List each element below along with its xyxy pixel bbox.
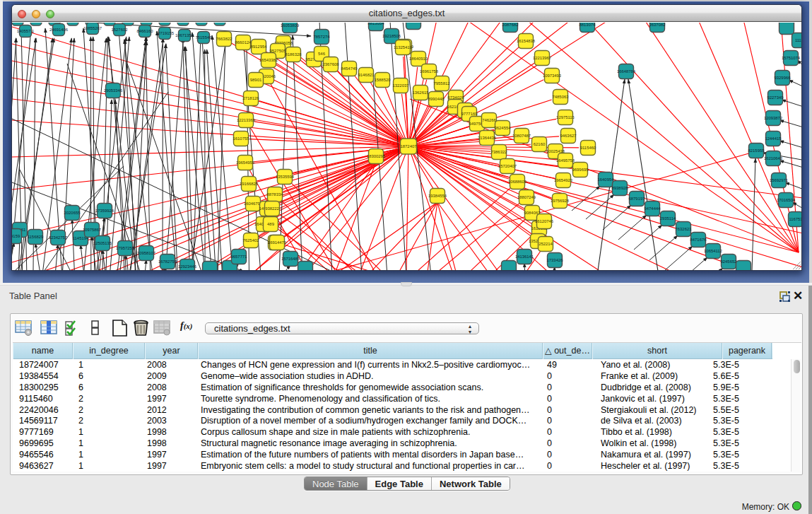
svg-text:18300295: 18300295: [367, 154, 386, 158]
svg-text:8938928: 8938928: [612, 186, 629, 190]
svg-text:8471676: 8471676: [690, 238, 707, 242]
svg-text:19756928: 19756928: [551, 199, 570, 203]
svg-text:15692971: 15692971: [770, 178, 788, 182]
svg-text:16543382: 16543382: [259, 58, 278, 62]
svg-text:546: 546: [318, 52, 326, 56]
svg-text:29053346: 29053346: [104, 88, 123, 93]
svg-text:7625402: 7625402: [243, 238, 259, 243]
svg-text:6879197: 6879197: [629, 197, 645, 201]
svg-text:12505135: 12505135: [93, 241, 112, 245]
svg-text:9777169: 9777169: [461, 112, 478, 116]
svg-text:10855267: 10855267: [83, 26, 102, 30]
svg-text:1244415: 1244415: [765, 136, 782, 141]
svg-text:1640954: 1640954: [598, 177, 615, 182]
svg-text:7515546: 7515546: [196, 35, 213, 40]
svg-text:9245652: 9245652: [721, 259, 737, 264]
svg-text:9463627: 9463627: [560, 134, 577, 138]
svg-text:16120746: 16120746: [535, 219, 554, 223]
svg-text:9329966: 9329966: [775, 76, 792, 80]
svg-text:2637082: 2637082: [649, 23, 666, 27]
svg-text:1156829: 1156829: [28, 235, 44, 239]
svg-text:9115460: 9115460: [580, 146, 596, 150]
svg-text:17957255: 17957255: [116, 246, 135, 250]
svg-text:19166825: 19166825: [240, 182, 259, 186]
svg-text:2020655: 2020655: [64, 211, 81, 215]
svg-text:8813074: 8813074: [579, 23, 596, 27]
svg-text:12342757: 12342757: [49, 235, 67, 240]
svg-text:19654955: 19654955: [236, 160, 255, 165]
svg-text:7632621: 7632621: [676, 227, 692, 231]
svg-text:62160: 62160: [534, 142, 546, 146]
svg-text:3624554: 3624554: [495, 126, 512, 130]
svg-text:18807249: 18807249: [517, 195, 536, 199]
svg-text:1362615: 1362615: [413, 90, 430, 95]
svg-text:8454749: 8454749: [341, 66, 358, 71]
svg-text:15720407: 15720407: [498, 164, 517, 168]
svg-text:14136141: 14136141: [515, 255, 534, 259]
svg-text:7955812: 7955812: [434, 81, 450, 86]
svg-text:19654923: 19654923: [554, 178, 573, 182]
svg-text:1527602: 1527602: [112, 28, 128, 32]
svg-text:9657771: 9657771: [231, 255, 247, 259]
svg-text:7663822: 7663822: [216, 37, 233, 41]
svg-text:11325419: 11325419: [394, 45, 412, 49]
svg-text:8990448: 8990448: [428, 97, 445, 101]
svg-text:19218506: 19218506: [382, 34, 401, 38]
svg-text:252214: 252214: [539, 242, 553, 246]
svg-text:7485063: 7485063: [553, 95, 570, 99]
svg-text:16782759: 16782759: [158, 259, 177, 264]
svg-text:10958107: 10958107: [137, 251, 155, 255]
svg-text:7386322: 7386322: [491, 150, 507, 154]
svg-text:10654112: 10654112: [704, 249, 722, 253]
svg-text:9227349: 9227349: [767, 95, 784, 100]
svg-text:116753: 116753: [789, 217, 801, 221]
svg-text:9146821: 9146821: [358, 73, 375, 77]
svg-text:18640910: 18640910: [409, 57, 428, 61]
svg-text:16053809: 16053809: [281, 23, 299, 28]
svg-text:19384554: 19384554: [428, 194, 447, 198]
svg-text:12093872: 12093872: [764, 116, 782, 120]
svg-text:10688609: 10688609: [508, 180, 526, 184]
svg-text:1117: 1117: [795, 38, 801, 42]
svg-text:8912954: 8912954: [251, 45, 268, 49]
svg-text:15751074: 15751074: [782, 56, 801, 60]
svg-text:8878334: 8878334: [267, 192, 284, 197]
svg-text:10671355: 10671355: [175, 33, 194, 37]
svg-text:8186328: 8186328: [286, 52, 302, 57]
svg-text:1733426: 1733426: [547, 258, 564, 262]
svg-text:1322037: 1322037: [393, 83, 409, 88]
svg-text:12975115: 12975115: [556, 115, 575, 119]
svg-text:16495758: 16495758: [556, 158, 575, 163]
svg-text:16914479: 16914479: [268, 240, 286, 245]
svg-text:1872407: 1872407: [401, 144, 417, 148]
svg-text:12213369: 12213369: [237, 118, 255, 122]
svg-text:7857274: 7857274: [314, 35, 331, 39]
svg-text:10807487: 10807487: [512, 134, 531, 138]
svg-text:17359924: 17359924: [95, 209, 114, 213]
svg-text:10975867: 10975867: [83, 228, 101, 232]
svg-text:12213967: 12213967: [533, 56, 551, 60]
svg-text:140557 1: 140557 1: [17, 29, 35, 33]
svg-text:13535594: 13535594: [276, 175, 295, 179]
svg-text:938222: 938222: [265, 206, 279, 211]
svg-text:98901: 98901: [250, 78, 261, 82]
svg-text:1588520: 1588520: [375, 78, 392, 82]
svg-text:17016504: 17016504: [777, 198, 796, 202]
svg-text:16154838: 16154838: [517, 39, 536, 43]
svg-text:8813054: 8813054: [368, 23, 385, 25]
svg-text:746266: 746266: [482, 118, 496, 122]
svg-text:1610755: 1610755: [233, 136, 250, 141]
svg-text:10719155: 10719155: [155, 31, 175, 35]
svg-text:21364436: 21364436: [478, 136, 497, 140]
svg-text:2367608: 2367608: [323, 62, 340, 66]
svg-text:8215955: 8215955: [748, 148, 765, 153]
svg-text:9474444: 9474444: [645, 206, 661, 211]
svg-text:16210643: 16210643: [764, 156, 783, 160]
svg-text:8660124: 8660124: [235, 40, 252, 45]
svg-text:489: 489: [267, 222, 274, 226]
svg-text:12923446: 12923446: [178, 264, 197, 269]
svg-text:2718126: 2718126: [243, 96, 260, 100]
svg-text:24691406: 24691406: [49, 28, 69, 32]
svg-text:16648784: 16648784: [617, 69, 636, 74]
svg-text:16961758: 16961758: [420, 69, 439, 74]
